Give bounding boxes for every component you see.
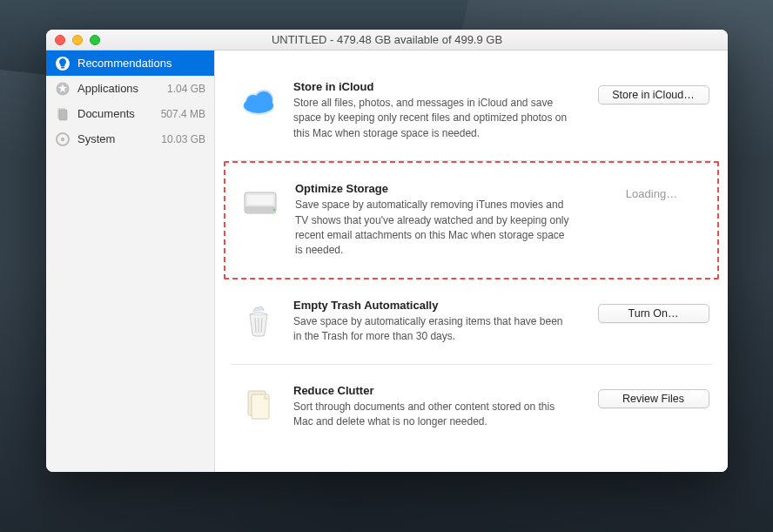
recommendation-text: Store in iCloud Store all files, photos,…: [293, 80, 581, 141]
system-icon: [55, 131, 71, 147]
sidebar: Recommendations Applications 1.04 GB Doc…: [46, 51, 215, 472]
sidebar-item-label: Recommendations: [77, 57, 205, 70]
sidebar-item-size: 1.04 GB: [167, 83, 205, 95]
storage-management-window: UNTITLED - 479.48 GB available of 499.9 …: [46, 30, 728, 472]
sidebar-item-documents[interactable]: Documents 507.4 MB: [46, 101, 214, 126]
files-icon: [238, 384, 279, 426]
applications-icon: [55, 81, 71, 97]
main-content: Store in iCloud Store all files, photos,…: [215, 51, 728, 472]
recommendation-title: Optimize Storage: [295, 182, 579, 195]
recommendation-reduce-clutter: Reduce Clutter Sort through documents an…: [231, 365, 712, 449]
cloud-icon: [238, 80, 279, 122]
svg-point-15: [273, 209, 276, 212]
recommendation-text: Reduce Clutter Sort through documents an…: [293, 384, 581, 430]
svg-rect-4: [59, 110, 67, 120]
recommendation-optimize-storage: Optimize Storage Save space by automatic…: [224, 161, 719, 279]
lightbulb-icon: [55, 56, 71, 71]
recommendation-action: Store in iCloud…: [595, 85, 712, 104]
store-in-icloud-button[interactable]: Store in iCloud…: [598, 85, 709, 104]
recommendation-text: Empty Trash Automatically Save space by …: [293, 299, 581, 345]
recommendation-description: Save space by automatically removing iTu…: [295, 198, 574, 259]
window-body: Recommendations Applications 1.04 GB Doc…: [46, 51, 728, 472]
titlebar: UNTITLED - 479.48 GB available of 499.9 …: [46, 30, 728, 51]
recommendation-description: Sort through documents and other content…: [293, 400, 572, 430]
documents-icon: [55, 106, 71, 122]
recommendation-description: Store all files, photos, and messages in…: [293, 96, 572, 141]
review-files-button[interactable]: Review Files: [598, 389, 709, 408]
recommendation-action: Review Files: [595, 389, 712, 408]
svg-rect-14: [245, 206, 276, 213]
sidebar-item-system[interactable]: System 10.03 GB: [46, 126, 214, 152]
loading-label: Loading…: [626, 187, 677, 200]
sidebar-item-applications[interactable]: Applications 1.04 GB: [46, 76, 214, 101]
drive-icon: [239, 182, 281, 224]
sidebar-item-recommendations[interactable]: Recommendations: [46, 51, 214, 76]
svg-rect-16: [247, 195, 273, 205]
trash-icon: [238, 299, 279, 340]
sidebar-item-size: 10.03 GB: [161, 133, 205, 145]
recommendation-title: Reduce Clutter: [293, 384, 581, 397]
sidebar-item-label: Documents: [77, 107, 161, 120]
recommendation-title: Empty Trash Automatically: [293, 299, 581, 312]
turn-on-button[interactable]: Turn On…: [598, 304, 709, 323]
recommendation-action: Turn On…: [595, 304, 712, 323]
window-title: UNTITLED - 479.48 GB available of 499.9 …: [46, 33, 728, 46]
recommendation-action: Loading…: [593, 187, 710, 200]
svg-rect-1: [61, 66, 64, 68]
sidebar-item-label: Applications: [77, 82, 167, 95]
sidebar-item-label: System: [77, 132, 161, 145]
recommendation-title: Store in iCloud: [293, 80, 581, 93]
svg-point-12: [246, 95, 260, 109]
recommendation-description: Save space by automatically erasing item…: [293, 314, 572, 345]
recommendation-store-in-icloud: Store in iCloud Store all files, photos,…: [231, 61, 712, 161]
recommendation-text: Optimize Storage Save space by automatic…: [295, 182, 579, 259]
sidebar-item-size: 507.4 MB: [161, 108, 205, 120]
svg-point-6: [61, 137, 64, 140]
recommendation-empty-trash: Empty Trash Automatically Save space by …: [231, 279, 712, 365]
